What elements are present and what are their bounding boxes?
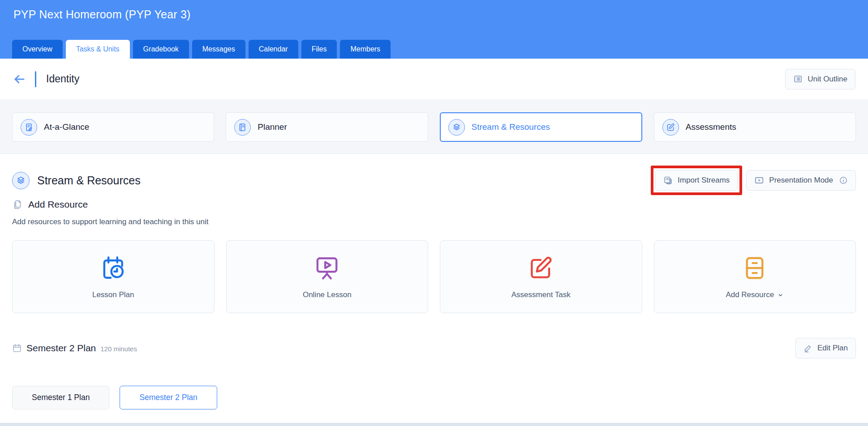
resource-card-lesson-plan[interactable]: Lesson Plan: [12, 240, 215, 313]
page: PYP Next Homeroom (PYP Year 3) OverviewT…: [0, 0, 868, 426]
next-section-edge: [0, 423, 868, 426]
archive-drawers-icon: [741, 254, 769, 282]
section-tab-label: At-a-Glance: [44, 122, 89, 132]
section-tab-label: Assessments: [686, 122, 736, 132]
stream-section-title: Stream & Resources: [37, 174, 141, 187]
add-resource-heading: Add Resource: [28, 199, 88, 210]
plan-duration: 120 minutes: [100, 345, 137, 353]
stream-actions: Import Streams Presentation Mode: [651, 166, 856, 195]
calendar-icon: [12, 343, 22, 353]
section-tab-planner[interactable]: Planner: [226, 112, 428, 142]
layers-icon: [12, 172, 30, 189]
tab-overview[interactable]: Overview: [12, 40, 63, 59]
unit-bar: Identity Unit Outline: [0, 59, 868, 99]
import-streams-button[interactable]: Import Streams: [655, 170, 738, 191]
back-arrow-icon[interactable]: [13, 72, 26, 86]
plan-tab-semester-2-plan[interactable]: Semester 2 Plan: [120, 386, 217, 409]
add-resource-description: Add resources to support learning and te…: [12, 217, 856, 226]
tab-members[interactable]: Members: [340, 40, 391, 59]
plan-tabs: Semester 1 PlanSemester 2 Plan: [12, 386, 856, 409]
layers-icon: [448, 119, 465, 136]
section-tab-stream-resources[interactable]: Stream & Resources: [440, 112, 642, 142]
main-content: Stream & Resources Import Streams Presen…: [0, 154, 868, 409]
section-tab-label: Stream & Resources: [472, 122, 550, 132]
import-streams-icon: [663, 176, 673, 185]
class-tabs: OverviewTasks & UnitsGradebookMessagesCa…: [12, 40, 391, 59]
edit-pencil-icon: [804, 344, 812, 353]
section-tab-assessments[interactable]: Assessments: [654, 112, 856, 142]
plan-title-wrap: Semester 2 Plan 120 minutes: [12, 343, 137, 354]
resource-cards: Lesson PlanOnline LessonAssessment TaskA…: [12, 240, 856, 313]
presentation-mode-button[interactable]: Presentation Mode: [746, 170, 856, 191]
resource-card-assessment-task[interactable]: Assessment Task: [440, 240, 642, 313]
tab-tasks-units[interactable]: Tasks & Units: [66, 40, 130, 59]
resource-card-label: Add Resource: [726, 290, 774, 299]
tab-gradebook[interactable]: Gradebook: [133, 40, 189, 59]
unit-section-tabs: At-a-GlancePlannerStream & ResourcesAsse…: [0, 99, 868, 154]
tab-calendar[interactable]: Calendar: [249, 40, 298, 59]
presentation-play-icon: [754, 175, 764, 185]
stream-title-wrap: Stream & Resources: [12, 172, 141, 189]
class-header: PYP Next Homeroom (PYP Year 3) OverviewT…: [0, 0, 868, 59]
book-icon: [234, 119, 251, 136]
edit-plan-button[interactable]: Edit Plan: [795, 338, 856, 358]
pencil-square-icon: [527, 254, 555, 282]
tab-messages[interactable]: Messages: [192, 40, 245, 59]
presentation-board-icon: [313, 254, 341, 282]
document-pen-icon: [21, 119, 37, 136]
pencil-square-icon: [662, 119, 679, 136]
import-streams-label: Import Streams: [678, 176, 730, 185]
edit-plan-label: Edit Plan: [817, 344, 848, 353]
tab-files[interactable]: Files: [301, 40, 337, 59]
section-tab-at-a-glance[interactable]: At-a-Glance: [12, 112, 214, 142]
add-resource-heading-row: Add Resource: [12, 199, 856, 210]
resource-card-add-resource[interactable]: Add Resource: [654, 240, 856, 313]
resource-card-label: Assessment Task: [511, 290, 571, 299]
resource-card-label: Online Lesson: [303, 290, 352, 299]
presentation-mode-label: Presentation Mode: [769, 176, 833, 185]
class-title: PYP Next Homeroom (PYP Year 3): [0, 0, 868, 21]
plan-tab-semester-1-plan[interactable]: Semester 1 Plan: [12, 386, 109, 409]
unit-outline-button[interactable]: Unit Outline: [785, 69, 855, 89]
chevron-down-icon: [777, 292, 784, 298]
list-icon: [793, 74, 803, 84]
section-tab-label: Planner: [258, 122, 287, 132]
stream-header: Stream & Resources Import Streams Presen…: [12, 166, 856, 195]
unit-title: Identity: [46, 73, 79, 85]
plan-title: Semester 2 Plan: [26, 343, 96, 354]
unit-outline-label: Unit Outline: [808, 75, 847, 84]
plan-header-row: Semester 2 Plan 120 minutes Edit Plan: [12, 338, 856, 358]
calendar-clock-icon: [99, 254, 127, 282]
pages-icon: [12, 199, 23, 210]
resource-card-label: Lesson Plan: [92, 290, 134, 299]
import-streams-highlight-annotation: Import Streams: [651, 166, 742, 195]
info-icon[interactable]: [839, 176, 848, 185]
unit-title-divider: [35, 71, 36, 87]
resource-card-online-lesson[interactable]: Online Lesson: [226, 240, 429, 313]
